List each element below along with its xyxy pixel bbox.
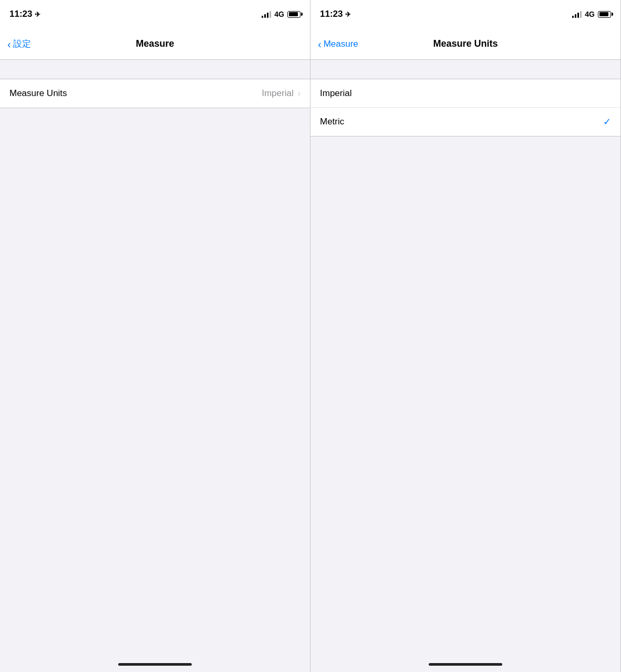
right-status-icons: 4G — [572, 10, 611, 18]
left-back-chevron-icon: ‹ — [7, 39, 11, 49]
left-nav-bar: ‹ 設定 Measure — [0, 28, 310, 60]
right-status-time: 11:23 ✈ — [320, 9, 351, 19]
left-nav-title: Measure — [136, 38, 174, 49]
metric-label: Metric — [320, 117, 603, 127]
left-section-spacer — [0, 60, 310, 79]
metric-checkmark-icon: ✓ — [603, 116, 611, 128]
imperial-row[interactable]: Imperial — [310, 79, 620, 108]
right-bottom-area — [310, 136, 620, 672]
measure-units-value: Imperial — [262, 88, 293, 99]
right-battery-icon — [598, 11, 611, 18]
right-nav-title: Measure Units — [433, 38, 498, 49]
measure-units-row[interactable]: Measure Units Imperial › — [0, 79, 310, 108]
right-location-icon: ✈ — [345, 10, 351, 18]
measure-units-label: Measure Units — [9, 88, 262, 99]
left-home-indicator — [118, 663, 192, 666]
left-location-icon: ✈ — [35, 10, 40, 18]
right-status-bar: 11:23 ✈ 4G — [310, 0, 620, 28]
metric-row[interactable]: Metric ✓ — [310, 108, 620, 136]
right-section-spacer — [310, 60, 620, 79]
left-bottom-area — [0, 108, 310, 672]
right-list-section: Imperial Metric ✓ — [310, 79, 620, 136]
right-home-indicator — [429, 663, 502, 666]
left-status-bar: 11:23 ✈ 4G — [0, 0, 310, 28]
left-status-icons: 4G — [262, 10, 301, 18]
left-4g-icon: 4G — [274, 10, 284, 18]
right-back-chevron-icon: ‹ — [318, 39, 322, 49]
right-4g-icon: 4G — [585, 10, 595, 18]
left-signal-icon — [262, 10, 271, 18]
left-back-button[interactable]: ‹ 設定 — [7, 38, 31, 50]
left-list-section: Measure Units Imperial › — [0, 79, 310, 108]
right-back-button[interactable]: ‹ Measure — [318, 39, 358, 49]
left-panel: 11:23 ✈ 4G ‹ 設定 Measure Measure Units — [0, 0, 310, 672]
left-back-label: 設定 — [13, 38, 31, 50]
right-panel: 11:23 ✈ 4G ‹ Measure Measure Units Imp — [310, 0, 621, 672]
left-battery-icon — [287, 11, 301, 18]
right-back-label: Measure — [324, 39, 358, 49]
left-status-time: 11:23 ✈ — [9, 9, 40, 19]
right-signal-icon — [572, 10, 582, 18]
imperial-label: Imperial — [320, 88, 611, 99]
measure-units-chevron-icon: › — [298, 89, 301, 98]
right-nav-bar: ‹ Measure Measure Units — [310, 28, 620, 60]
